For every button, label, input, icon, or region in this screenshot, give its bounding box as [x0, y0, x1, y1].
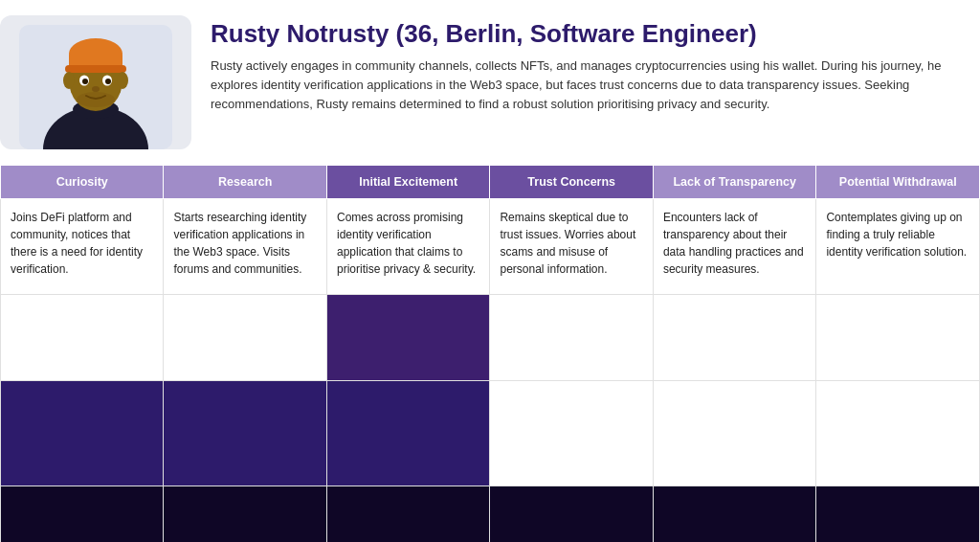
persona-name: Rusty Notrusty (36, Berlin, Software Eng… — [211, 19, 965, 49]
desc-withdrawal: Contemplates giving up on finding a trul… — [816, 199, 980, 295]
visual-3-5 — [653, 486, 815, 543]
desc-trust: Remains skeptical due to trust issues. W… — [490, 199, 653, 295]
avatar — [0, 15, 191, 149]
visual-row-1 — [1, 295, 980, 381]
stage-header-trust: Trust Concerns — [490, 166, 653, 199]
stage-header-transparency: Lack of Transparency — [653, 166, 815, 199]
visual-row-2 — [1, 381, 980, 486]
stage-header-curiosity: Curiosity — [1, 166, 164, 199]
visual-3-6 — [816, 486, 980, 543]
svg-rect-6 — [69, 54, 122, 67]
desc-research: Starts researching identity verification… — [164, 199, 326, 295]
svg-point-11 — [105, 79, 111, 84]
desc-excitement: Comes across promising identity verifica… — [326, 199, 489, 295]
svg-point-10 — [82, 79, 88, 84]
visual-1-2 — [164, 295, 326, 381]
description-row: Joins DeFi platform and community, notic… — [1, 199, 980, 295]
visual-1-3 — [326, 295, 489, 381]
persona-info: Rusty Notrusty (36, Berlin, Software Eng… — [211, 15, 965, 114]
svg-point-14 — [117, 72, 128, 89]
stage-header-research: Research — [164, 166, 326, 199]
stage-headers-row: Curiosity Research Initial Excitement Tr… — [1, 166, 980, 199]
svg-rect-7 — [65, 65, 126, 73]
visual-2-3 — [326, 381, 489, 486]
svg-point-15 — [77, 92, 115, 107]
visual-row-3 — [1, 486, 980, 543]
visual-3-1 — [1, 486, 164, 543]
visual-2-1 — [1, 381, 164, 486]
stage-header-excitement: Initial Excitement — [326, 166, 489, 199]
desc-curiosity: Joins DeFi platform and community, notic… — [1, 199, 164, 295]
visual-2-5 — [653, 381, 815, 486]
visual-3-3 — [326, 486, 489, 543]
visual-2-4 — [490, 381, 653, 486]
visual-3-2 — [164, 486, 326, 543]
stage-header-withdrawal: Potential Withdrawal — [816, 166, 980, 199]
visual-1-1 — [1, 295, 164, 381]
visual-1-4 — [490, 295, 653, 381]
visual-2-2 — [164, 381, 326, 486]
persona-description: Rusty actively engages in community chan… — [211, 56, 965, 114]
svg-point-13 — [63, 72, 75, 89]
persona-header: Rusty Notrusty (36, Berlin, Software Eng… — [0, 0, 980, 165]
visual-3-4 — [490, 486, 653, 543]
desc-transparency: Encounters lack of transparency about th… — [653, 199, 815, 295]
svg-point-12 — [92, 86, 100, 92]
visual-1-5 — [653, 295, 815, 381]
journey-table: Curiosity Research Initial Excitement Tr… — [0, 165, 980, 542]
visual-1-6 — [816, 295, 980, 381]
visual-2-6 — [816, 381, 980, 486]
